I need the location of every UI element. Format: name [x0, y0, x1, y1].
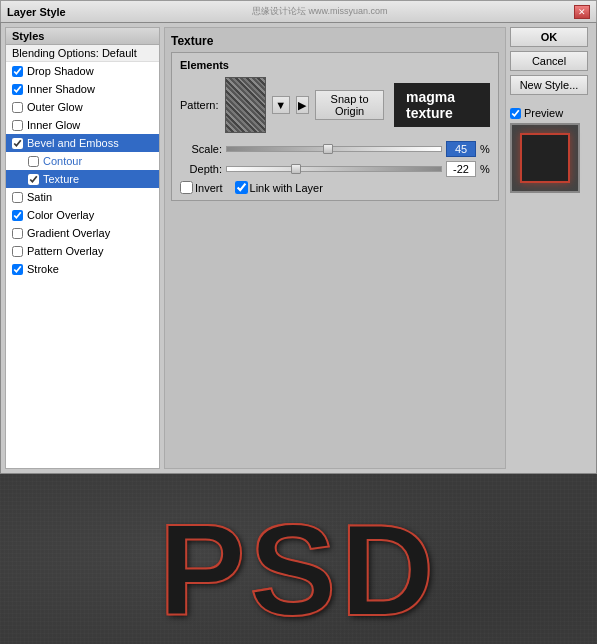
- pattern-menu-button[interactable]: ▶: [296, 96, 310, 114]
- depth-row: Depth: -22 %: [180, 161, 490, 177]
- depth-value[interactable]: -22: [446, 161, 476, 177]
- pattern-preview-swatch[interactable]: [225, 77, 266, 133]
- link-layer-checkbox[interactable]: [235, 181, 248, 194]
- texture-panel-title: Texture: [171, 34, 499, 48]
- styles-header[interactable]: Styles: [6, 28, 159, 45]
- title-bar: Layer Style 思缘设计论坛 www.missyuan.com ✕: [0, 0, 597, 22]
- pattern-dropdown: ▼: [272, 96, 290, 114]
- outer-glow-label: Outer Glow: [27, 101, 83, 113]
- sidebar-item-pattern-overlay[interactable]: Pattern Overlay: [6, 242, 159, 260]
- watermark-top: 思缘设计论坛 www.missyuan.com: [252, 5, 388, 18]
- ok-button[interactable]: OK: [510, 27, 588, 47]
- sidebar-item-contour[interactable]: Contour: [6, 152, 159, 170]
- bottom-preview-area: PSD inwet资源素材站 www.52inwet.com: [0, 474, 597, 644]
- pattern-select-button[interactable]: ▼: [272, 96, 290, 114]
- contour-checkbox[interactable]: [28, 156, 39, 167]
- inner-shadow-label: Inner Shadow: [27, 83, 95, 95]
- pattern-overlay-checkbox[interactable]: [12, 246, 23, 257]
- scale-row: Scale: 45 %: [180, 141, 490, 157]
- scale-slider[interactable]: [226, 146, 442, 152]
- contour-label: Contour: [43, 155, 82, 167]
- link-layer-label: Link with Layer: [250, 182, 323, 194]
- satin-checkbox[interactable]: [12, 192, 23, 203]
- gradient-overlay-checkbox[interactable]: [12, 228, 23, 239]
- sidebar-item-inner-shadow[interactable]: Inner Shadow: [6, 80, 159, 98]
- scale-label: Scale:: [180, 143, 222, 155]
- inner-glow-checkbox[interactable]: [12, 120, 23, 131]
- pattern-row: Pattern: ▼ ▶ Snap to Origin magma textur…: [180, 77, 490, 133]
- stroke-checkbox[interactable]: [12, 264, 23, 275]
- preview-box: Preview: [510, 107, 592, 193]
- depth-slider[interactable]: [226, 166, 442, 172]
- sidebar-item-stroke[interactable]: Stroke: [6, 260, 159, 278]
- elements-section: Elements Pattern: ▼ ▶ Snap to Origin mag…: [171, 52, 499, 201]
- middle-panel: Texture Elements Pattern: ▼ ▶ Snap to Or…: [164, 27, 506, 469]
- preview-label: Preview: [510, 107, 563, 119]
- inner-glow-label: Inner Glow: [27, 119, 80, 131]
- elements-label: Elements: [180, 59, 490, 71]
- sidebar-item-satin[interactable]: Satin: [6, 188, 159, 206]
- close-button[interactable]: ✕: [574, 5, 590, 19]
- sidebar-item-outer-glow[interactable]: Outer Glow: [6, 98, 159, 116]
- new-style-button[interactable]: New Style...: [510, 75, 588, 95]
- checkboxes-row: Invert Link with Layer: [180, 181, 490, 194]
- cancel-button[interactable]: Cancel: [510, 51, 588, 71]
- right-panel: OK Cancel New Style... Preview: [510, 27, 592, 469]
- invert-checkbox[interactable]: [180, 181, 193, 194]
- satin-label: Satin: [27, 191, 52, 203]
- dialog-body: Styles Blending Options: Default Drop Sh…: [1, 23, 596, 473]
- title-bar-controls: ✕: [574, 5, 590, 19]
- sidebar-item-bevel-emboss[interactable]: Bevel and Emboss: [6, 134, 159, 152]
- bevel-emboss-label: Bevel and Emboss: [27, 137, 119, 149]
- sidebar-item-texture[interactable]: Texture: [6, 170, 159, 188]
- sidebar-item-color-overlay[interactable]: Color Overlay: [6, 206, 159, 224]
- pattern-overlay-label: Pattern Overlay: [27, 245, 103, 257]
- snap-to-origin-button[interactable]: Snap to Origin: [315, 90, 384, 120]
- invert-checkbox-item[interactable]: Invert: [180, 181, 223, 194]
- bevel-emboss-checkbox[interactable]: [12, 138, 23, 149]
- preview-checkbox[interactable]: [510, 108, 521, 119]
- invert-label: Invert: [195, 182, 223, 194]
- stroke-label: Stroke: [27, 263, 59, 275]
- scale-value[interactable]: 45: [446, 141, 476, 157]
- link-layer-checkbox-item[interactable]: Link with Layer: [235, 181, 323, 194]
- drop-shadow-checkbox[interactable]: [12, 66, 23, 77]
- color-overlay-checkbox[interactable]: [12, 210, 23, 221]
- preview-square: [520, 133, 570, 183]
- sidebar-item-drop-shadow[interactable]: Drop Shadow: [6, 62, 159, 80]
- color-overlay-label: Color Overlay: [27, 209, 94, 221]
- layer-style-dialog: Styles Blending Options: Default Drop Sh…: [0, 22, 597, 474]
- scale-unit: %: [480, 143, 490, 155]
- texture-label: Texture: [43, 173, 79, 185]
- sidebar-item-inner-glow[interactable]: Inner Glow: [6, 116, 159, 134]
- sidebar-item-gradient-overlay[interactable]: Gradient Overlay: [6, 224, 159, 242]
- depth-label: Depth:: [180, 163, 222, 175]
- blending-options-item[interactable]: Blending Options: Default: [6, 45, 159, 62]
- texture-name-badge: magma texture: [394, 83, 490, 127]
- drop-shadow-label: Drop Shadow: [27, 65, 94, 77]
- left-panel: Styles Blending Options: Default Drop Sh…: [5, 27, 160, 469]
- gradient-overlay-label: Gradient Overlay: [27, 227, 110, 239]
- inner-shadow-checkbox[interactable]: [12, 84, 23, 95]
- preview-thumbnail: [510, 123, 580, 193]
- depth-unit: %: [480, 163, 490, 175]
- psd-preview-text: PSD: [159, 495, 438, 644]
- dialog-title: Layer Style: [7, 6, 66, 18]
- pattern-label: Pattern:: [180, 99, 219, 111]
- outer-glow-checkbox[interactable]: [12, 102, 23, 113]
- texture-checkbox[interactable]: [28, 174, 39, 185]
- preview-text: Preview: [524, 107, 563, 119]
